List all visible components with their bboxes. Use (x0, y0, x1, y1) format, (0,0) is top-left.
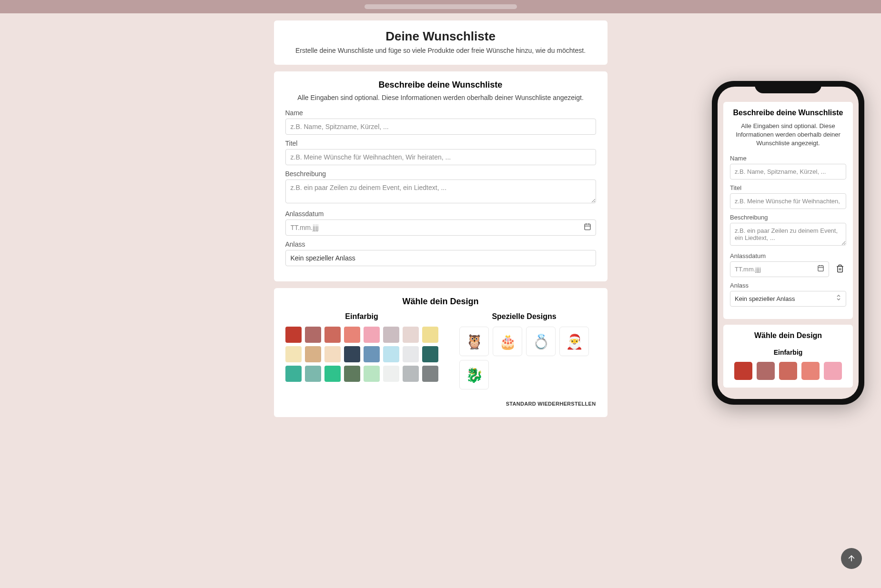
color-swatch[interactable] (422, 366, 438, 382)
desc-textarea[interactable] (285, 179, 596, 203)
color-swatch[interactable] (824, 362, 842, 380)
phone-occasion-select[interactable] (730, 291, 846, 307)
color-swatch[interactable] (422, 346, 438, 362)
phone-name-input[interactable] (730, 164, 846, 179)
phone-describe-desc: Alle Eingaben sind optional. Diese Infor… (730, 122, 846, 148)
phone-describe-title: Beschreibe deine Wunschliste (730, 109, 846, 117)
special-design-dragon[interactable]: 🐉 (459, 360, 489, 389)
restore-default-link[interactable]: STANDARD WIEDERHERSTELLEN (285, 401, 596, 407)
header-card: Deine Wunschliste Erstelle deine Wunschl… (274, 20, 608, 65)
color-swatch[interactable] (324, 366, 341, 382)
phone-date-input[interactable] (730, 261, 829, 277)
color-swatch[interactable] (344, 366, 360, 382)
color-swatch[interactable] (383, 346, 399, 362)
phone-desc-label: Beschreibung (730, 214, 846, 221)
color-swatch[interactable] (801, 362, 820, 380)
color-swatch[interactable] (422, 327, 438, 343)
color-swatch[interactable] (364, 366, 380, 382)
swatch-grid (285, 327, 438, 382)
color-swatch[interactable] (324, 346, 341, 362)
clear-date-button[interactable] (834, 262, 846, 276)
color-swatch[interactable] (285, 366, 302, 382)
color-swatch[interactable] (305, 346, 321, 362)
color-swatch[interactable] (779, 362, 797, 380)
color-swatch[interactable] (383, 327, 399, 343)
color-swatch[interactable] (403, 346, 419, 362)
address-bar-placeholder (365, 4, 517, 9)
phone-mockup: Beschreibe deine Wunschliste Alle Eingab… (712, 81, 864, 405)
special-design-birthday-cake[interactable]: 🎂 (493, 327, 522, 356)
special-design-owl-party[interactable]: 🦉 (459, 327, 489, 356)
special-grid: 🦉🎂💍🎅🐉 (453, 327, 596, 389)
page-subtitle: Erstelle deine Wunschliste und füge so v… (285, 47, 596, 54)
occasion-select[interactable] (285, 250, 596, 266)
name-label: Name (285, 109, 596, 117)
design-title: Wähle dein Design (285, 297, 596, 307)
color-swatch[interactable] (734, 362, 752, 380)
solid-title: Einfarbig (285, 312, 438, 321)
special-design-santa[interactable]: 🎅 (559, 327, 589, 356)
arrow-up-icon (847, 554, 856, 563)
describe-title: Beschreibe deine Wunschliste (285, 80, 596, 90)
describe-desc: Alle Eingaben sind optional. Diese Infor… (285, 94, 596, 101)
trash-icon (836, 264, 844, 273)
phone-notch (755, 81, 821, 93)
occasion-label: Anlass (285, 240, 596, 248)
color-swatch[interactable] (285, 327, 302, 343)
phone-title-input[interactable] (730, 193, 846, 209)
phone-swatch-row (730, 362, 846, 380)
color-swatch[interactable] (757, 362, 775, 380)
describe-card: Beschreibe deine Wunschliste Alle Eingab… (274, 71, 608, 281)
color-swatch[interactable] (344, 327, 360, 343)
phone-design-card: Wähle dein Design Einfarbig (723, 325, 853, 388)
color-swatch[interactable] (285, 346, 302, 362)
special-title: Spezielle Designs (453, 312, 596, 321)
desc-label: Beschreibung (285, 170, 596, 178)
design-card: Wähle dein Design Einfarbig Spezielle De… (274, 288, 608, 417)
color-swatch[interactable] (383, 366, 399, 382)
date-label: Anlassdatum (285, 210, 596, 218)
phone-solid-title: Einfarbig (730, 349, 846, 356)
browser-top-bar (0, 0, 881, 13)
phone-describe-card: Beschreibe deine Wunschliste Alle Eingab… (723, 102, 853, 319)
color-swatch[interactable] (305, 327, 321, 343)
color-swatch[interactable] (305, 366, 321, 382)
scroll-to-top-button[interactable] (841, 548, 862, 569)
color-swatch[interactable] (364, 327, 380, 343)
phone-occasion-label: Anlass (730, 282, 846, 289)
date-input[interactable] (285, 219, 596, 236)
phone-date-label: Anlassdatum (730, 252, 846, 259)
color-swatch[interactable] (403, 366, 419, 382)
color-swatch[interactable] (344, 346, 360, 362)
phone-desc-textarea[interactable] (730, 223, 846, 246)
phone-title-label: Titel (730, 184, 846, 191)
phone-name-label: Name (730, 155, 846, 162)
page-title: Deine Wunschliste (285, 29, 596, 44)
color-swatch[interactable] (324, 327, 341, 343)
title-label: Titel (285, 140, 596, 147)
title-input[interactable] (285, 149, 596, 165)
name-input[interactable] (285, 119, 596, 135)
color-swatch[interactable] (364, 346, 380, 362)
special-design-wedding-rings[interactable]: 💍 (526, 327, 556, 356)
phone-design-title: Wähle dein Design (730, 331, 846, 340)
color-swatch[interactable] (403, 327, 419, 343)
